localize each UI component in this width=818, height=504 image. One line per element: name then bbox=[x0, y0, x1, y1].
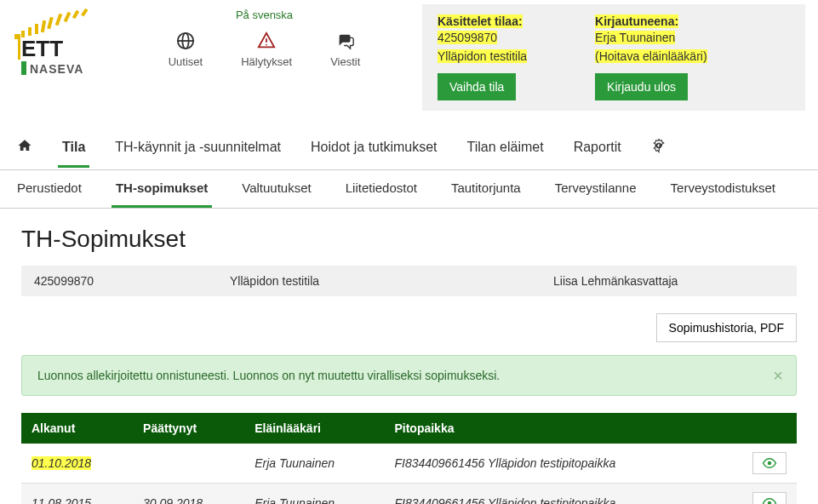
subtab-perustiedot[interactable]: Perustiedot bbox=[13, 170, 86, 208]
contracts-table: Alkanut Päättynyt Eläinlääkäri Pitopaikk… bbox=[21, 413, 797, 504]
svg-rect-0 bbox=[14, 34, 18, 39]
subtab-tautitorjunta[interactable]: Tautitorjunta bbox=[447, 170, 525, 208]
view-button[interactable] bbox=[752, 492, 787, 504]
globe-icon bbox=[176, 32, 195, 50]
cell-started: 01.10.2018 bbox=[21, 444, 133, 484]
view-button[interactable] bbox=[752, 452, 787, 474]
alert-text: Luonnos allekirjoitettu onnistuneesti. L… bbox=[37, 369, 500, 382]
tab-elaimet[interactable]: Tilan eläimet bbox=[463, 129, 548, 168]
eye-icon bbox=[762, 458, 777, 468]
svg-rect-4 bbox=[41, 20, 46, 32]
loggedin-role: (Hoitava eläinlääkäri) bbox=[595, 49, 707, 63]
svg-point-18 bbox=[266, 44, 267, 46]
tab-hoidot[interactable]: Hoidot ja tutkimukset bbox=[306, 129, 442, 168]
nav-messages-label: Viestit bbox=[330, 55, 360, 68]
nav-alerts[interactable]: Hälytykset bbox=[241, 32, 292, 68]
svg-rect-6 bbox=[55, 14, 63, 26]
loggedin-label: Kirjautuneena: bbox=[595, 14, 678, 28]
tab-tila[interactable]: Tila bbox=[58, 129, 89, 168]
language-link[interactable]: På svenska bbox=[236, 9, 293, 21]
cell-place: FI834409661456 Ylläpidon testipitopaikka bbox=[384, 444, 720, 484]
table-row: 01.10.2018Erja TuunainenFI834409661456 Y… bbox=[21, 444, 797, 484]
change-farm-button[interactable]: Vaihda tila bbox=[438, 73, 516, 100]
farm-name: Ylläpidon testitila bbox=[230, 274, 468, 288]
cell-ended bbox=[133, 444, 244, 484]
subtab-terveystodistukset[interactable]: Terveystodistukset bbox=[666, 170, 780, 208]
th-vet: Eläinlääkäri bbox=[244, 413, 384, 444]
farm-id: 425099870 bbox=[34, 274, 145, 288]
table-row: 11.08.201530.09.2018Erja TuunainenFI8344… bbox=[21, 484, 797, 504]
svg-rect-5 bbox=[47, 17, 53, 30]
svg-rect-7 bbox=[64, 12, 72, 23]
info-box: Käsittelet tilaa: 425099870 Ylläpidon te… bbox=[422, 4, 805, 111]
farm-info-row: 425099870 Ylläpidon testitila Liisa Lehm… bbox=[21, 266, 797, 296]
chat-icon bbox=[336, 32, 355, 50]
svg-text:ETT: ETT bbox=[21, 36, 63, 61]
page-title: TH-Sopimukset bbox=[21, 226, 797, 253]
cell-action bbox=[721, 484, 797, 504]
cell-vet: Erja Tuunainen bbox=[244, 484, 384, 504]
svg-rect-8 bbox=[72, 10, 79, 20]
sub-tabs: Perustiedot TH-sopimukset Valtuutukset L… bbox=[0, 170, 818, 209]
tab-th-kaynnit[interactable]: TH-käynnit ja -suunnitelmat bbox=[111, 129, 285, 168]
svg-rect-13 bbox=[18, 34, 20, 60]
subtab-liitetiedostot[interactable]: Liitetiedostot bbox=[341, 170, 421, 208]
handling-name: Ylläpidon testitila bbox=[438, 49, 527, 63]
svg-rect-2 bbox=[28, 27, 31, 36]
home-icon bbox=[17, 138, 32, 153]
logo[interactable]: ETT NASEVA bbox=[13, 4, 106, 111]
farm-owner: Liisa Lehmänkasvattaja bbox=[553, 274, 678, 288]
cell-started: 11.08.2015 bbox=[21, 484, 133, 504]
gear-icon bbox=[651, 138, 666, 153]
nav-news[interactable]: Uutiset bbox=[169, 32, 203, 68]
cell-place: FI834409661456 Ylläpidon testipitopaikka bbox=[384, 484, 720, 504]
th-place: Pitopaikka bbox=[384, 413, 720, 444]
handling-label: Käsittelet tilaa: bbox=[438, 14, 523, 28]
close-icon[interactable]: × bbox=[773, 366, 783, 386]
loggedin-name: Erja Tuunainen bbox=[595, 31, 675, 44]
svg-text:NASEVA: NASEVA bbox=[30, 62, 83, 76]
subtab-valtuutukset[interactable]: Valtuutukset bbox=[237, 170, 315, 208]
logout-button[interactable]: Kirjaudu ulos bbox=[595, 73, 688, 100]
subtab-th-sopimukset[interactable]: TH-sopimukset bbox=[112, 170, 212, 208]
svg-rect-9 bbox=[81, 9, 88, 16]
success-alert: Luonnos allekirjoitettu onnistuneesti. L… bbox=[21, 355, 797, 396]
th-ended: Päättynyt bbox=[133, 413, 244, 444]
tab-settings[interactable] bbox=[647, 128, 671, 169]
tab-home[interactable] bbox=[13, 128, 37, 169]
nav-alerts-label: Hälytykset bbox=[241, 55, 292, 68]
cell-action bbox=[721, 444, 797, 484]
nav-messages[interactable]: Viestit bbox=[330, 32, 360, 68]
svg-point-20 bbox=[768, 461, 772, 466]
handling-id: 425099870 bbox=[438, 31, 497, 44]
subtab-terveystilanne[interactable]: Terveystilanne bbox=[551, 170, 641, 208]
th-started: Alkanut bbox=[21, 413, 133, 444]
cell-vet: Erja Tuunainen bbox=[244, 444, 384, 484]
svg-rect-3 bbox=[35, 24, 38, 34]
cell-ended: 30.09.2018 bbox=[133, 484, 244, 504]
tab-raportit[interactable]: Raportit bbox=[569, 129, 626, 168]
eye-icon bbox=[762, 498, 777, 504]
pdf-history-button[interactable]: Sopimushistoria, PDF bbox=[656, 313, 797, 342]
main-tabs: Tila TH-käynnit ja -suunnitelmat Hoidot … bbox=[0, 128, 818, 170]
svg-rect-11 bbox=[21, 61, 26, 75]
warning-icon bbox=[257, 32, 276, 50]
nav-news-label: Uutiset bbox=[169, 55, 203, 68]
